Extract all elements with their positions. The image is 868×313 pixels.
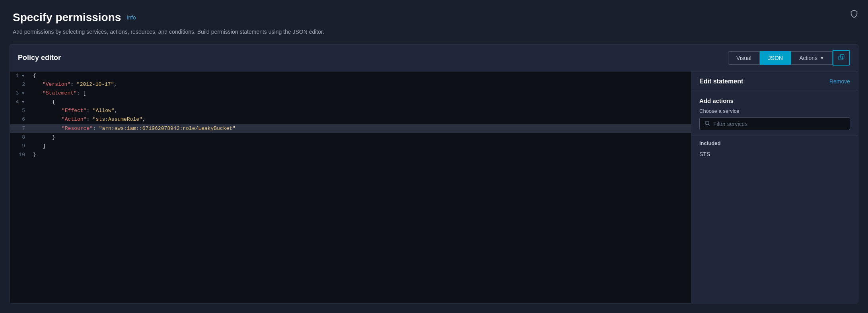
- editor-toolbar: Visual JSON Actions ▼: [728, 50, 850, 66]
- copy-button[interactable]: [833, 50, 850, 66]
- editor-body: 1 ▼ { 2 "Version": "2012-10-17", 3 ▼ "St…: [10, 71, 858, 303]
- shield-icon: [850, 10, 858, 21]
- included-label: Included: [699, 140, 850, 146]
- table-row: 8 }: [10, 133, 691, 142]
- fold-arrow[interactable]: ▼: [22, 99, 24, 106]
- list-item: STS: [699, 149, 850, 159]
- page-subtitle: Add permissions by selecting services, a…: [13, 28, 855, 36]
- choose-service-label: Choose a service: [699, 108, 850, 114]
- table-row: 2 "Version": "2012-10-17",: [10, 80, 691, 89]
- table-row: 1 ▼ {: [10, 71, 691, 80]
- included-section: Included STS: [691, 135, 858, 162]
- page-title: Specify permissions: [13, 11, 121, 24]
- search-box: [699, 117, 850, 130]
- tab-visual[interactable]: Visual: [728, 51, 760, 65]
- tab-json[interactable]: JSON: [760, 51, 791, 65]
- info-link[interactable]: Info: [127, 14, 136, 21]
- code-table: 1 ▼ { 2 "Version": "2012-10-17", 3 ▼ "St…: [10, 71, 691, 159]
- table-row: 6 "Action": "sts:AssumeRole",: [10, 115, 691, 124]
- table-row: 5 "Effect": "Allow",: [10, 106, 691, 115]
- svg-line-3: [708, 124, 710, 126]
- policy-editor-container: Policy editor Visual JSON Actions ▼ 1 ▼: [10, 44, 858, 303]
- policy-editor-title: Policy editor: [18, 54, 61, 62]
- table-row: 10 }: [10, 151, 691, 159]
- fold-arrow[interactable]: ▼: [22, 73, 24, 79]
- add-actions-heading: Add actions: [699, 97, 850, 104]
- table-row: 9 ]: [10, 142, 691, 151]
- right-panel: Edit statement Remove Add actions Choose…: [691, 71, 858, 303]
- right-panel-top: Edit statement Remove: [691, 71, 858, 91]
- table-row: 7 "Resource": "arn:aws:iam::671962078942…: [10, 124, 691, 133]
- table-row: 3 ▼ "Statement": [: [10, 89, 691, 98]
- search-icon: [705, 120, 710, 127]
- chevron-down-icon: ▼: [820, 56, 824, 60]
- fold-arrow[interactable]: ▼: [22, 90, 24, 97]
- code-panel[interactable]: 1 ▼ { 2 "Version": "2012-10-17", 3 ▼ "St…: [10, 71, 691, 303]
- policy-editor-header: Policy editor Visual JSON Actions ▼: [10, 44, 858, 71]
- remove-link[interactable]: Remove: [829, 78, 850, 85]
- filter-services-input[interactable]: [713, 121, 845, 127]
- add-actions-section: Add actions Choose a service: [691, 91, 858, 135]
- page-header: Specify permissions Info Add permissions…: [0, 0, 868, 44]
- tab-actions[interactable]: Actions ▼: [791, 51, 833, 65]
- table-row: 4 ▼ {: [10, 98, 691, 106]
- edit-statement-label: Edit statement: [699, 78, 743, 85]
